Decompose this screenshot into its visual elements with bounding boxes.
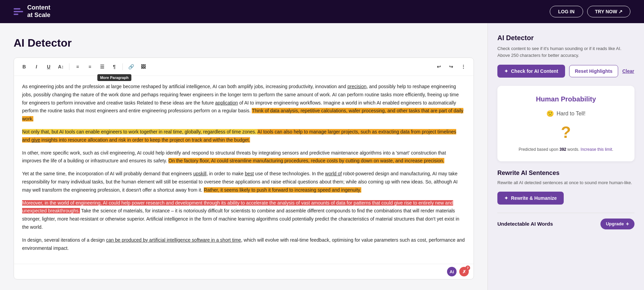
undetectable-title: Undetectable AI Words bbox=[497, 221, 553, 227]
clear-button[interactable]: Clear bbox=[622, 68, 634, 74]
ai-count-footer-icon[interactable]: ✗ 7 bbox=[459, 267, 469, 276]
logo-text: Content at Scale bbox=[27, 4, 50, 19]
sidebar-detector-title: AI Detector bbox=[497, 34, 634, 42]
editor-footer: Ai ✗ 7 bbox=[14, 264, 474, 279]
probability-title: Human Probability bbox=[506, 95, 626, 103]
probability-value: ? bbox=[506, 123, 626, 142]
italic-button[interactable]: I bbox=[31, 61, 42, 72]
rewrite-sparkle-icon: ✦ bbox=[504, 195, 508, 201]
editor-paragraph-5: Moreover, in the world of engineering, A… bbox=[22, 199, 465, 231]
navbar-actions: LOG IN TRY NOW ↗ bbox=[550, 6, 630, 17]
more-paragraph-button[interactable]: ¶ More Paragraph bbox=[109, 61, 120, 72]
ai-count-icon-label: ✗ bbox=[462, 269, 466, 274]
rewrite-button[interactable]: ✦ Rewrite & Humanize bbox=[497, 192, 564, 205]
undetectable-row: Undetectable AI Words Upgrade + bbox=[497, 213, 634, 229]
toolbar-divider-2 bbox=[122, 63, 123, 70]
rewrite-title: Rewrite AI Sentences bbox=[497, 170, 634, 177]
font-size-button[interactable]: A↕ bbox=[55, 61, 66, 72]
page-layout: AI Detector B I U A↕ ≡ ≡ ☰ ¶ More Paragr… bbox=[0, 23, 644, 290]
page-title: AI Detector bbox=[14, 37, 474, 49]
link-button[interactable]: 🔗 bbox=[126, 61, 136, 72]
ai-count-badge: 7 bbox=[465, 265, 470, 270]
logo-bar-3 bbox=[14, 14, 18, 15]
login-button[interactable]: LOG IN bbox=[550, 6, 583, 17]
main-content: AI Detector B I U A↕ ≡ ≡ ☰ ¶ More Paragr… bbox=[0, 23, 488, 290]
probability-card: Human Probability 🙁 Hard to Tell! ? Pred… bbox=[497, 86, 634, 161]
editor-paragraph-2: Not only that, but AI tools can enable e… bbox=[22, 128, 465, 144]
editor-paragraph-1: As engineering jobs and the profession a… bbox=[22, 83, 465, 123]
sidebar: AI Detector Check content to see if it's… bbox=[488, 23, 644, 290]
ai-detector-footer-icon[interactable]: Ai bbox=[447, 267, 457, 276]
rewrite-desc: Rewrite all AI detected sentences at onc… bbox=[497, 179, 634, 186]
editor-container: B I U A↕ ≡ ≡ ☰ ¶ More Paragraph 🔗 🖼 ↩ ↪ … bbox=[14, 58, 474, 279]
logo: Content at Scale bbox=[14, 4, 50, 19]
bold-button[interactable]: B bbox=[19, 61, 30, 72]
navbar: Content at Scale LOG IN TRY NOW ↗ bbox=[0, 0, 644, 23]
editor-paragraph-4: Yet at the same time, the incorporation … bbox=[22, 170, 465, 194]
undo-button[interactable]: ↩ bbox=[433, 61, 444, 72]
logo-icon bbox=[14, 8, 23, 15]
sparkle-icon: ✦ bbox=[504, 68, 508, 74]
editor-paragraph-3: In other, more specific work, such as ci… bbox=[22, 149, 465, 165]
probability-label: 🙁 Hard to Tell! bbox=[506, 110, 626, 117]
align-center-button[interactable]: ≡ bbox=[84, 61, 95, 72]
image-button[interactable]: 🖼 bbox=[138, 61, 149, 72]
editor-paragraph-6: In design, several iterations of a desig… bbox=[22, 236, 465, 253]
probability-footnote: Predicted based upon 392 words. Increase… bbox=[506, 147, 626, 152]
toolbar-divider-1 bbox=[69, 63, 69, 70]
check-ai-button[interactable]: ✦ Check for AI Content bbox=[497, 65, 565, 78]
sidebar-detector-desc: Check content to see if it's human sound… bbox=[497, 45, 634, 59]
underline-button[interactable]: U bbox=[43, 61, 54, 72]
editor-toolbar: B I U A↕ ≡ ≡ ☰ ¶ More Paragraph 🔗 🖼 ↩ ↪ … bbox=[14, 58, 474, 76]
list-button[interactable]: ☰ bbox=[97, 61, 108, 72]
rewrite-section: Rewrite AI Sentences Rewrite all AI dete… bbox=[497, 170, 634, 205]
upgrade-button[interactable]: Upgrade + bbox=[600, 219, 634, 229]
increase-limit-link[interactable]: Increase this limit bbox=[581, 147, 612, 152]
align-left-button[interactable]: ≡ bbox=[72, 61, 83, 72]
plus-icon: + bbox=[626, 221, 629, 227]
reset-highlights-button[interactable]: Reset Highlights bbox=[569, 65, 618, 77]
logo-bar-1 bbox=[14, 8, 20, 10]
more-options-button[interactable]: ⋮ bbox=[458, 61, 469, 72]
editor-body[interactable]: As engineering jobs and the profession a… bbox=[14, 76, 474, 264]
emoji-icon: 🙁 bbox=[546, 110, 554, 117]
try-now-button[interactable]: TRY NOW ↗ bbox=[587, 6, 630, 17]
redo-button[interactable]: ↪ bbox=[446, 61, 457, 72]
sidebar-actions: ✦ Check for AI Content Reset Highlights … bbox=[497, 65, 634, 78]
logo-bar-2 bbox=[14, 11, 23, 12]
